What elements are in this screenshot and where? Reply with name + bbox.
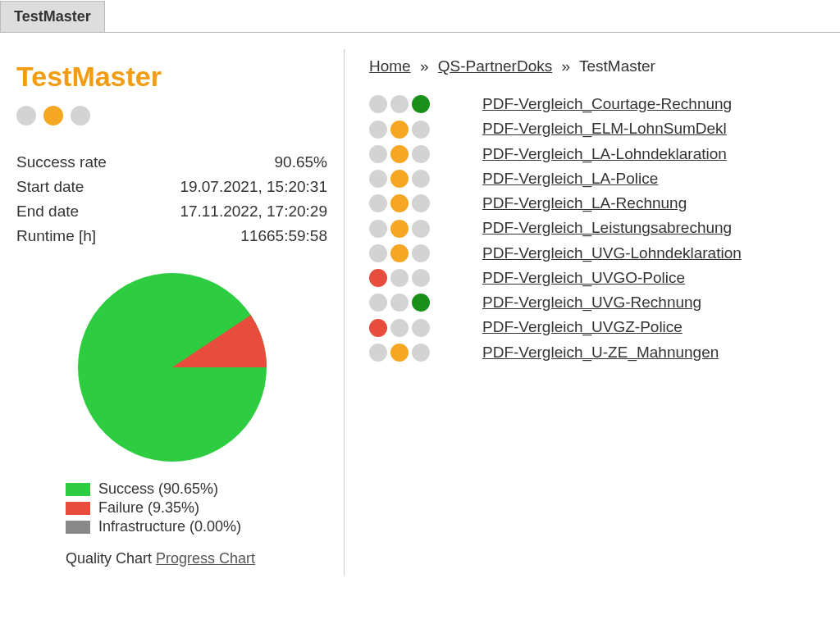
status-dot [369, 121, 387, 139]
status-dot [390, 121, 409, 139]
item-link[interactable]: PDF-Vergleich_LA-Lohndeklaration [482, 145, 727, 162]
stat-value: 11665:59:58 [135, 224, 327, 248]
status-dot [412, 121, 430, 139]
legend-swatch-success [66, 483, 90, 496]
legend-swatch-failure [66, 502, 90, 515]
item-link-cell: PDF-Vergleich_UVG-Rechnung [482, 294, 742, 318]
item-link[interactable]: PDF-Vergleich_UVG-Rechnung [482, 294, 701, 311]
item-link[interactable]: PDF-Vergleich_UVG-Lohndeklaration [482, 244, 742, 262]
item-link[interactable]: PDF-Vergleich_Courtage-Rechnung [482, 95, 732, 112]
tab-bar: TestMaster [0, 0, 840, 33]
item-link[interactable]: PDF-Vergleich_U-ZE_Mahnungen [482, 344, 719, 361]
stat-row-success-rate: Success rate 90.65% [16, 150, 327, 175]
stats-table: Success rate 90.65% Start date 19.07.202… [16, 150, 327, 248]
status-dot [390, 344, 409, 362]
legend-label: Success (90.65%) [98, 480, 218, 498]
legend-label: Failure (9.35%) [98, 499, 199, 517]
status-dot [412, 319, 430, 337]
item-row: PDF-Vergleich_LA-Rechnung [369, 194, 742, 219]
stat-label: End date [16, 199, 135, 224]
breadcrumb-current: TestMaster [579, 57, 655, 75]
breadcrumb-sep: » [561, 57, 570, 75]
legend-row-infrastructure: Infrastructure (0.00%) [66, 518, 327, 535]
right-panel: Home » QS-PartnerDoks » TestMaster PDF-V… [345, 49, 840, 576]
item-link[interactable]: PDF-Vergleich_UVGZ-Police [482, 318, 682, 335]
item-link[interactable]: PDF-Vergleich_LA-Police [482, 170, 658, 187]
tab-testmaster[interactable]: TestMaster [0, 1, 105, 32]
page-title: TestMaster [16, 61, 327, 93]
status-dot [412, 145, 430, 163]
stat-label: Start date [16, 175, 135, 199]
breadcrumb-home[interactable]: Home [369, 57, 411, 75]
breadcrumb: Home » QS-PartnerDoks » TestMaster [369, 57, 824, 75]
status-dot [369, 194, 387, 212]
status-dot [369, 145, 387, 163]
status-dot [390, 269, 409, 287]
item-status-dots [369, 170, 482, 194]
status-dot [412, 344, 430, 362]
item-status-dots [369, 95, 482, 120]
chart-links: Quality Chart Progress Chart [66, 550, 327, 567]
item-link-cell: PDF-Vergleich_UVGO-Police [482, 269, 742, 294]
status-dot [369, 95, 387, 113]
item-link-cell: PDF-Vergleich_Leistungsabrechung [482, 219, 742, 244]
status-dot [43, 106, 63, 125]
stat-row-start-date: Start date 19.07.2021, 15:20:31 [16, 175, 327, 199]
status-dot [390, 145, 409, 163]
item-link-cell: PDF-Vergleich_Courtage-Rechnung [482, 95, 742, 120]
legend-row-failure: Failure (9.35%) [66, 499, 327, 517]
status-dot [412, 269, 430, 287]
item-link-cell: PDF-Vergleich_LA-Rechnung [482, 194, 742, 219]
item-row: PDF-Vergleich_Courtage-Rechnung [369, 95, 742, 120]
status-dot [71, 106, 90, 125]
status-dot [369, 294, 387, 312]
item-link-cell: PDF-Vergleich_U-ZE_Mahnungen [482, 344, 742, 368]
stat-label: Success rate [16, 150, 135, 175]
item-list: PDF-Vergleich_Courtage-RechnungPDF-Vergl… [369, 95, 742, 368]
status-dot [369, 344, 387, 362]
item-link[interactable]: PDF-Vergleich_LA-Rechnung [482, 194, 687, 212]
item-row: PDF-Vergleich_U-ZE_Mahnungen [369, 344, 742, 368]
item-link-cell: PDF-Vergleich_LA-Police [482, 170, 742, 194]
item-status-dots [369, 269, 482, 294]
status-dot [369, 220, 387, 238]
status-dot [369, 170, 387, 188]
pie-svg [78, 273, 267, 462]
item-link[interactable]: PDF-Vergleich_ELM-LohnSumDekl [482, 120, 727, 137]
item-status-dots [369, 219, 482, 244]
status-dot [390, 319, 409, 337]
quality-chart-label: Quality Chart [66, 550, 152, 567]
item-row: PDF-Vergleich_UVGZ-Police [369, 318, 742, 343]
status-dot [390, 294, 409, 312]
progress-chart-link[interactable]: Progress Chart [156, 550, 255, 567]
status-dot [16, 106, 36, 125]
item-link-cell: PDF-Vergleich_ELM-LohnSumDekl [482, 120, 742, 144]
status-dot [412, 194, 430, 212]
item-link[interactable]: PDF-Vergleich_UVGO-Police [482, 269, 685, 286]
item-row: PDF-Vergleich_LA-Lohndeklaration [369, 145, 742, 170]
status-dot [412, 294, 430, 312]
stat-value: 90.65% [135, 150, 327, 175]
legend-swatch-infrastructure [66, 521, 90, 534]
overall-status-dots [16, 106, 327, 125]
item-row: PDF-Vergleich_LA-Police [369, 170, 742, 194]
left-panel: TestMaster Success rate 90.65% Start dat… [0, 49, 345, 576]
item-row: PDF-Vergleich_ELM-LohnSumDekl [369, 120, 742, 144]
stat-value: 19.07.2021, 15:20:31 [135, 175, 327, 199]
item-row: PDF-Vergleich_Leistungsabrechung [369, 219, 742, 244]
status-dot [390, 244, 409, 262]
breadcrumb-mid[interactable]: QS-PartnerDoks [438, 57, 552, 75]
status-dot [369, 244, 387, 262]
item-row: PDF-Vergleich_UVGO-Police [369, 269, 742, 294]
stat-label: Runtime [h] [16, 224, 135, 248]
item-link[interactable]: PDF-Vergleich_Leistungsabrechung [482, 219, 732, 236]
item-status-dots [369, 244, 482, 269]
legend-label: Infrastructure (0.00%) [98, 518, 241, 535]
status-dot [412, 95, 430, 113]
stat-value: 17.11.2022, 17:20:29 [135, 199, 327, 224]
stat-row-end-date: End date 17.11.2022, 17:20:29 [16, 199, 327, 224]
status-dot [390, 170, 409, 188]
main-container: TestMaster Success rate 90.65% Start dat… [0, 49, 840, 576]
item-status-dots [369, 318, 482, 343]
item-status-dots [369, 294, 482, 318]
